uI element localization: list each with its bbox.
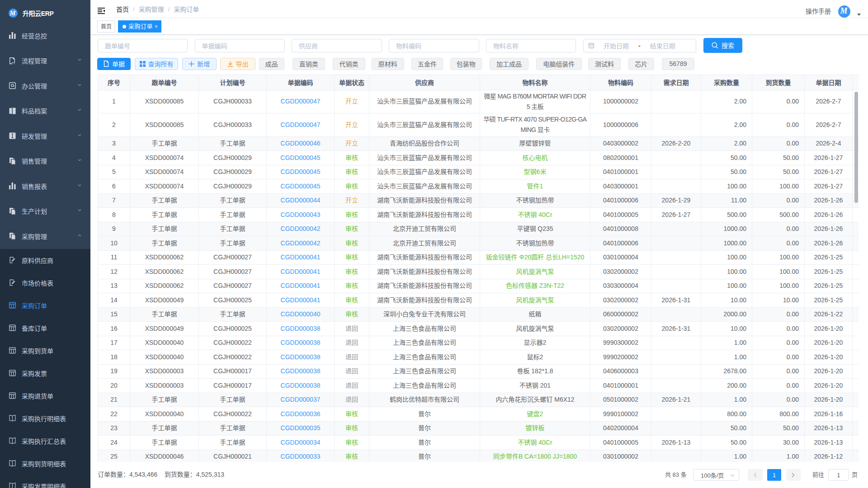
- svg-text:M: M: [9, 9, 16, 17]
